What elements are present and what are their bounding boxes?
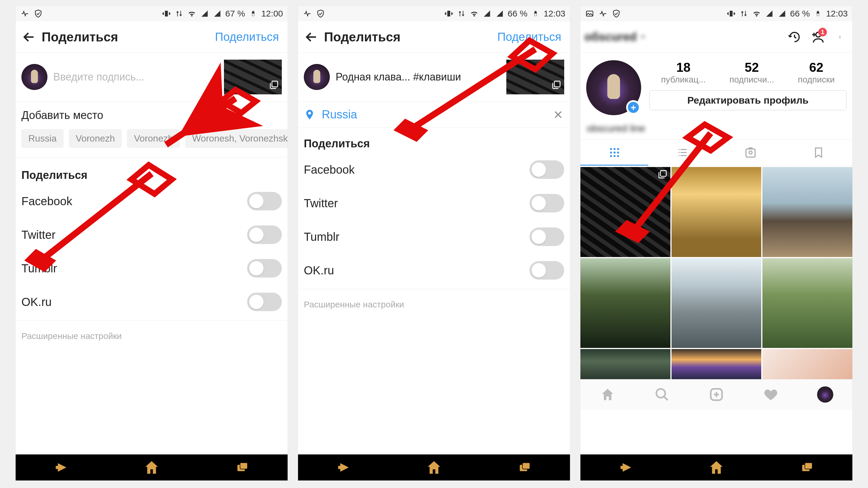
- toggle-twitter[interactable]: [247, 225, 282, 244]
- tab-activity[interactable]: [744, 379, 798, 410]
- tab-grid[interactable]: [580, 140, 648, 165]
- signal2-icon: [777, 9, 787, 18]
- menu-icon[interactable]: [833, 30, 848, 44]
- system-nav-bar: [298, 454, 570, 481]
- caption-input[interactable]: Родная клава... #клавиши: [336, 71, 500, 83]
- grid-item[interactable]: [763, 258, 852, 348]
- toggle-twitter[interactable]: [529, 194, 564, 212]
- tab-home[interactable]: [580, 379, 635, 410]
- tab-new-post[interactable]: [689, 379, 744, 410]
- avatar-wrap[interactable]: +: [586, 60, 641, 115]
- location-chip[interactable]: Russia: [22, 129, 64, 148]
- share-facebook-row[interactable]: Facebook: [16, 184, 288, 218]
- caption-input[interactable]: Введите подпись...: [53, 71, 218, 83]
- clear-location-button[interactable]: [552, 109, 564, 121]
- svg-point-46: [656, 389, 665, 398]
- signal2-icon: [213, 9, 222, 18]
- grid-item[interactable]: [672, 258, 762, 348]
- grid-item[interactable]: [672, 167, 762, 257]
- location-chip[interactable]: Voronezh: [127, 129, 180, 148]
- share-label: Twitter: [22, 228, 56, 241]
- advanced-settings-link[interactable]: Расширенные настройки: [298, 291, 570, 318]
- toggle-ok[interactable]: [247, 293, 282, 311]
- nav-home-icon[interactable]: [426, 459, 442, 476]
- toggle-tumblr[interactable]: [247, 259, 282, 278]
- tab-search[interactable]: [635, 379, 689, 410]
- media-thumbnail[interactable]: [224, 60, 282, 94]
- tab-profile[interactable]: [798, 379, 852, 410]
- caption-row: Введите подпись...: [16, 53, 288, 101]
- advanced-settings-link[interactable]: Расширенные настройки: [16, 323, 288, 349]
- avatar[interactable]: [304, 64, 330, 90]
- tab-tagged[interactable]: [716, 140, 784, 165]
- username-dropdown[interactable]: обscured: [585, 30, 647, 43]
- tab-saved[interactable]: [784, 140, 852, 165]
- battery-percent: 66 %: [508, 9, 527, 19]
- add-friend-wrap[interactable]: 1: [810, 30, 825, 44]
- archive-icon[interactable]: [787, 30, 802, 44]
- multi-photo-icon: [552, 80, 561, 92]
- share-tumblr-row[interactable]: Tumblr: [298, 220, 570, 253]
- selected-location-row[interactable]: Russia: [298, 101, 570, 128]
- edit-profile-button[interactable]: Редактировать профиль: [649, 90, 846, 110]
- svg-point-31: [610, 148, 612, 150]
- nav-home-icon[interactable]: [144, 459, 160, 476]
- grid-item[interactable]: [672, 349, 762, 379]
- share-label: OK.ru: [304, 264, 334, 277]
- svg-point-39: [617, 155, 619, 157]
- media-thumbnail[interactable]: [506, 60, 564, 94]
- share-facebook-row[interactable]: Facebook: [298, 153, 570, 186]
- svg-rect-15: [535, 13, 537, 16]
- nav-recents-icon[interactable]: [517, 459, 533, 476]
- location-pin-icon: [304, 109, 315, 120]
- nav-back-icon[interactable]: [335, 459, 351, 476]
- signal2-icon: [495, 9, 504, 18]
- nav-recents-icon[interactable]: [799, 459, 815, 476]
- vibrate-icon: [162, 9, 171, 18]
- data-arrows-icon: [457, 9, 466, 18]
- stat-following[interactable]: 62 подписки: [798, 60, 835, 85]
- tab-list[interactable]: [648, 140, 716, 165]
- share-action-button[interactable]: Поделиться: [212, 30, 282, 43]
- status-bar: 66 % 12:03: [580, 6, 852, 22]
- share-twitter-row[interactable]: Twitter: [298, 186, 570, 220]
- share-label: Tumblr: [304, 231, 339, 243]
- grid-item[interactable]: [580, 258, 671, 348]
- app-bar: Поделиться Поделиться: [16, 22, 288, 53]
- share-action-button[interactable]: Поделиться: [494, 30, 565, 43]
- back-button[interactable]: [21, 29, 37, 45]
- location-chip[interactable]: Woronesh, Voronezhska...: [185, 129, 288, 148]
- toggle-tumblr[interactable]: [529, 227, 564, 246]
- back-button[interactable]: [303, 29, 319, 45]
- share-ok-row[interactable]: OK.ru: [16, 285, 288, 319]
- add-story-button[interactable]: +: [626, 100, 641, 115]
- shield-icon: [316, 9, 325, 18]
- toggle-ok[interactable]: [529, 261, 564, 280]
- data-arrows-icon: [175, 9, 184, 18]
- battery-percent: 67 %: [225, 9, 245, 19]
- nav-recents-icon[interactable]: [234, 459, 250, 476]
- share-label: Facebook: [22, 195, 72, 208]
- grid-item[interactable]: [763, 167, 852, 257]
- toggle-facebook[interactable]: [529, 160, 564, 179]
- share-label: Tumblr: [22, 262, 57, 275]
- add-location-row[interactable]: Добавить место: [16, 101, 288, 129]
- share-ok-row[interactable]: OK.ru: [298, 253, 570, 287]
- screen-share-empty: 67 % 12:00 Поделиться Поделиться Введите…: [16, 6, 288, 481]
- toggle-facebook[interactable]: [247, 192, 282, 210]
- grid-item[interactable]: [580, 167, 671, 257]
- stat-posts[interactable]: 18 публикац...: [661, 60, 706, 85]
- stat-followers[interactable]: 52 подписчи...: [730, 60, 774, 85]
- nav-back-icon[interactable]: [618, 459, 634, 476]
- svg-point-37: [610, 155, 612, 157]
- avatar[interactable]: [22, 64, 48, 90]
- shield-icon: [34, 9, 43, 18]
- share-tumblr-row[interactable]: Tumblr: [16, 251, 288, 285]
- nav-back-icon[interactable]: [53, 459, 69, 476]
- grid-item[interactable]: [763, 349, 852, 379]
- share-twitter-row[interactable]: Twitter: [16, 218, 288, 251]
- nav-home-icon[interactable]: [708, 459, 724, 476]
- svg-point-32: [613, 148, 615, 150]
- grid-item[interactable]: [580, 349, 671, 379]
- location-chip[interactable]: Voronezh: [69, 129, 122, 148]
